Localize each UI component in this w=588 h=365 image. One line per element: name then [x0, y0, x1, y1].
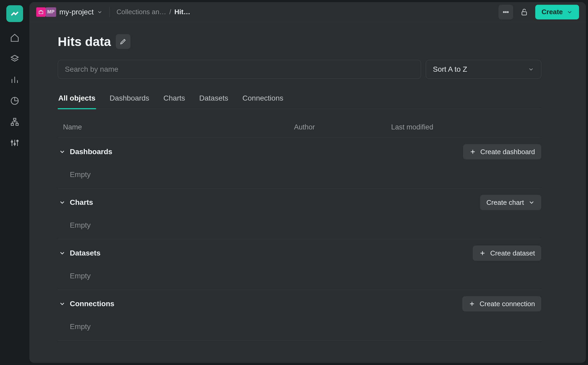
pie-chart-icon[interactable] — [9, 96, 20, 106]
search-input[interactable] — [58, 60, 421, 79]
pencil-icon — [119, 38, 127, 45]
plus-icon — [469, 148, 476, 155]
tabs: All objects Dashboards Charts Datasets C… — [58, 90, 541, 109]
lock-button[interactable] — [517, 5, 532, 19]
create-dashboard-button[interactable]: Create dashboard — [463, 144, 541, 159]
svg-point-7 — [503, 11, 505, 13]
app-logo[interactable] — [6, 5, 23, 22]
col-name: Name — [63, 123, 294, 131]
plus-icon — [479, 250, 486, 257]
col-modified: Last modified — [391, 123, 536, 131]
chevron-down-icon — [528, 66, 534, 72]
bar-chart-icon[interactable] — [9, 75, 20, 85]
tab-all-objects[interactable]: All objects — [58, 90, 96, 109]
svg-rect-1 — [14, 118, 16, 121]
section-toggle-datasets[interactable]: Datasets — [58, 249, 101, 257]
svg-point-4 — [11, 141, 13, 143]
nav-rail — [0, 0, 29, 365]
sort-select[interactable]: Sort A to Z — [426, 60, 541, 79]
breadcrumb: Collections an… / Hit… — [117, 8, 190, 16]
section-title: Charts — [70, 198, 93, 207]
chevron-down-icon — [59, 199, 66, 206]
plus-icon — [469, 300, 475, 307]
empty-state: Empty — [58, 318, 541, 340]
col-author: Author — [294, 123, 391, 131]
breadcrumb-root[interactable]: Collections an… — [117, 8, 166, 16]
button-label: Create dataset — [490, 249, 535, 257]
main-panel: MP my-project Collections an… / Hit… Cre… — [29, 2, 586, 363]
sort-label: Sort A to Z — [433, 65, 467, 74]
project-name: my-project — [59, 8, 94, 16]
sliders-icon[interactable] — [9, 138, 20, 148]
section-title: Datasets — [70, 249, 101, 257]
project-picker[interactable]: MP my-project — [36, 7, 103, 17]
sitemap-icon[interactable] — [9, 117, 20, 127]
chevron-down-icon — [59, 250, 66, 257]
chevron-down-icon — [59, 300, 66, 307]
chevron-down-icon — [566, 9, 573, 15]
section-connections: Connections Create connection Empty — [58, 290, 541, 341]
home-icon[interactable] — [9, 33, 20, 43]
tab-datasets[interactable]: Datasets — [199, 90, 229, 109]
button-label: Create dashboard — [480, 148, 535, 156]
section-toggle-connections[interactable]: Connections — [58, 300, 114, 308]
svg-point-5 — [14, 143, 15, 145]
svg-rect-3 — [16, 123, 18, 126]
empty-state: Empty — [58, 216, 541, 239]
section-toggle-dashboards[interactable]: Dashboards — [58, 148, 112, 156]
button-label: Create connection — [480, 300, 535, 308]
create-button[interactable]: Create — [535, 5, 579, 19]
chevron-down-icon — [97, 9, 103, 15]
content-area: Hits data Sort A to Z All objects Dashbo… — [29, 22, 586, 363]
section-title: Dashboards — [70, 148, 112, 156]
project-badge: MP — [46, 7, 56, 17]
chevron-down-icon — [528, 199, 535, 206]
tab-connections[interactable]: Connections — [242, 90, 284, 109]
tab-charts[interactable]: Charts — [163, 90, 186, 109]
briefcase-icon — [36, 7, 46, 17]
section-charts: Charts Create chart Empty — [58, 189, 541, 239]
breadcrumb-separator: / — [169, 8, 171, 16]
section-title: Connections — [70, 300, 114, 308]
top-bar: MP my-project Collections an… / Hit… Cre… — [29, 2, 586, 22]
button-label: Create chart — [486, 199, 524, 207]
empty-state: Empty — [58, 166, 541, 188]
more-button[interactable] — [498, 5, 513, 19]
create-dataset-button[interactable]: Create dataset — [473, 246, 541, 261]
tab-dashboards[interactable]: Dashboards — [109, 90, 150, 109]
project-icons: MP — [36, 7, 56, 17]
edit-title-button[interactable] — [116, 34, 130, 49]
chevron-down-icon — [59, 148, 66, 155]
divider — [109, 7, 110, 17]
create-connection-button[interactable]: Create connection — [462, 296, 541, 311]
svg-point-9 — [507, 11, 508, 13]
svg-point-6 — [17, 140, 18, 142]
column-headers: Name Author Last modified — [58, 117, 541, 138]
create-button-label: Create — [542, 8, 563, 16]
section-datasets: Datasets Create dataset Empty — [58, 239, 541, 290]
create-chart-button[interactable]: Create chart — [480, 195, 541, 210]
breadcrumb-current: Hit… — [174, 8, 190, 16]
svg-rect-10 — [522, 12, 527, 15]
empty-state: Empty — [58, 267, 541, 290]
svg-point-8 — [505, 11, 507, 13]
page-title: Hits data — [58, 34, 111, 49]
svg-rect-2 — [11, 123, 14, 126]
layers-icon[interactable] — [9, 54, 20, 64]
section-toggle-charts[interactable]: Charts — [58, 198, 93, 207]
section-dashboards: Dashboards Create dashboard Empty — [58, 138, 541, 189]
